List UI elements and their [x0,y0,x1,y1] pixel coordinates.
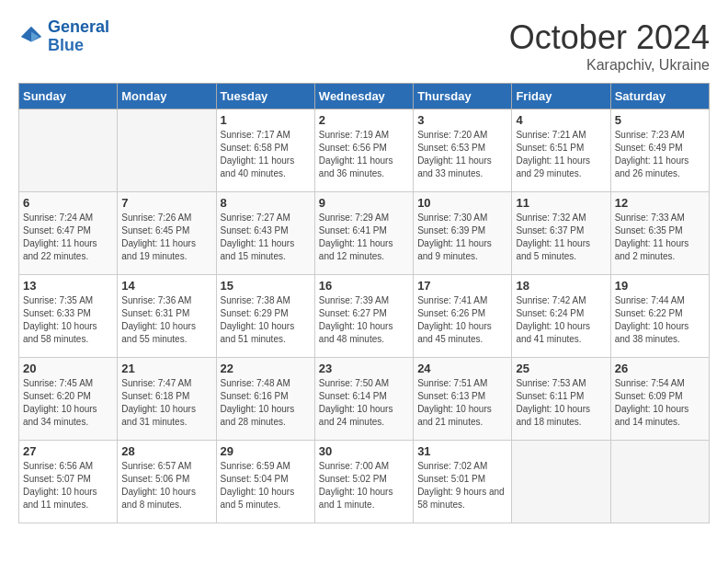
day-info: Sunrise: 7:47 AMSunset: 6:18 PMDaylight:… [121,377,211,429]
calendar-cell: 31Sunrise: 7:02 AMSunset: 5:01 PMDayligh… [414,441,512,523]
day-number: 3 [417,113,507,127]
calendar-cell: 3Sunrise: 7:20 AMSunset: 6:53 PMDaylight… [414,109,512,192]
calendar-cell: 4Sunrise: 7:21 AMSunset: 6:51 PMDaylight… [512,109,610,192]
calendar-cell: 30Sunrise: 7:00 AMSunset: 5:02 PMDayligh… [314,441,413,523]
day-info: Sunrise: 7:50 AMSunset: 6:14 PMDaylight:… [319,377,409,429]
calendar-cell [118,109,216,192]
day-number: 21 [121,362,211,375]
day-info: Sunrise: 7:26 AMSunset: 6:45 PMDaylight:… [121,212,211,263]
calendar-cell: 1Sunrise: 7:17 AMSunset: 6:58 PMDaylight… [216,109,314,192]
weekday-header-row: SundayMondayTuesdayWednesdayThursdayFrid… [19,84,710,109]
day-number: 27 [23,444,113,458]
weekday-header-monday: Monday [118,84,216,109]
day-number: 16 [319,279,409,293]
day-info: Sunrise: 7:02 AMSunset: 5:01 PMDaylight:… [417,460,507,511]
calendar-cell: 19Sunrise: 7:44 AMSunset: 6:22 PMDayligh… [610,275,709,358]
day-info: Sunrise: 7:29 AMSunset: 6:41 PMDaylight:… [319,212,409,263]
day-number: 24 [417,362,507,375]
day-number: 1 [221,113,311,127]
calendar-cell: 27Sunrise: 6:56 AMSunset: 5:07 PMDayligh… [19,441,118,523]
calendar-cell: 8Sunrise: 7:27 AMSunset: 6:43 PMDaylight… [216,192,314,275]
logo-icon [18,24,44,50]
calendar-cell [610,441,709,523]
title-block: October 2024 Karapchiv, Ukraine [509,18,710,74]
calendar-cell: 9Sunrise: 7:29 AMSunset: 6:41 PMDaylight… [314,192,413,275]
calendar-cell: 13Sunrise: 7:35 AMSunset: 6:33 PMDayligh… [19,275,118,358]
day-number: 14 [121,279,211,293]
calendar-cell: 11Sunrise: 7:32 AMSunset: 6:37 PMDayligh… [512,192,610,275]
calendar-cell: 14Sunrise: 7:36 AMSunset: 6:31 PMDayligh… [118,275,216,358]
day-number: 4 [516,113,606,127]
day-number: 5 [615,113,705,127]
day-number: 26 [615,362,705,375]
day-info: Sunrise: 7:30 AMSunset: 6:39 PMDaylight:… [417,212,507,263]
day-info: Sunrise: 7:23 AMSunset: 6:49 PMDaylight:… [615,129,705,180]
day-number: 11 [516,196,606,210]
logo: General Blue [18,18,109,55]
day-info: Sunrise: 7:35 AMSunset: 6:33 PMDaylight:… [23,294,113,346]
day-info: Sunrise: 7:42 AMSunset: 6:24 PMDaylight:… [516,294,606,346]
day-info: Sunrise: 7:21 AMSunset: 6:51 PMDaylight:… [516,129,606,180]
day-info: Sunrise: 7:36 AMSunset: 6:31 PMDaylight:… [121,294,211,346]
day-info: Sunrise: 7:53 AMSunset: 6:11 PMDaylight:… [516,377,606,429]
calendar-cell: 22Sunrise: 7:48 AMSunset: 6:16 PMDayligh… [216,358,314,441]
calendar-cell: 26Sunrise: 7:54 AMSunset: 6:09 PMDayligh… [610,358,709,441]
month-title: October 2024 [509,18,710,57]
weekday-header-thursday: Thursday [414,84,512,109]
calendar-cell: 24Sunrise: 7:51 AMSunset: 6:13 PMDayligh… [414,358,512,441]
weekday-header-saturday: Saturday [610,84,709,109]
day-number: 12 [615,196,705,210]
calendar-cell: 20Sunrise: 7:45 AMSunset: 6:20 PMDayligh… [19,358,118,441]
day-info: Sunrise: 7:48 AMSunset: 6:16 PMDaylight:… [221,377,311,429]
day-number: 22 [221,362,311,375]
calendar-cell [19,109,118,192]
weekday-header-wednesday: Wednesday [314,84,413,109]
day-number: 9 [319,196,409,210]
calendar-cell: 23Sunrise: 7:50 AMSunset: 6:14 PMDayligh… [314,358,413,441]
day-info: Sunrise: 7:44 AMSunset: 6:22 PMDaylight:… [615,294,705,346]
calendar-table: SundayMondayTuesdayWednesdayThursdayFrid… [18,83,710,523]
day-number: 25 [516,362,606,375]
calendar-cell: 17Sunrise: 7:41 AMSunset: 6:26 PMDayligh… [414,275,512,358]
week-row-5: 27Sunrise: 6:56 AMSunset: 5:07 PMDayligh… [19,441,710,523]
day-number: 6 [23,196,113,210]
day-number: 8 [221,196,311,210]
day-number: 17 [417,279,507,293]
calendar-cell: 5Sunrise: 7:23 AMSunset: 6:49 PMDaylight… [610,109,709,192]
day-info: Sunrise: 7:20 AMSunset: 6:53 PMDaylight:… [417,129,507,180]
day-info: Sunrise: 7:27 AMSunset: 6:43 PMDaylight:… [221,212,311,263]
day-info: Sunrise: 6:56 AMSunset: 5:07 PMDaylight:… [23,460,113,511]
day-number: 13 [23,279,113,293]
calendar-cell: 28Sunrise: 6:57 AMSunset: 5:06 PMDayligh… [118,441,216,523]
calendar-cell: 16Sunrise: 7:39 AMSunset: 6:27 PMDayligh… [314,275,413,358]
day-info: Sunrise: 7:54 AMSunset: 6:09 PMDaylight:… [615,377,705,429]
day-info: Sunrise: 7:19 AMSunset: 6:56 PMDaylight:… [319,129,409,180]
day-info: Sunrise: 6:57 AMSunset: 5:06 PMDaylight:… [121,460,211,511]
week-row-2: 6Sunrise: 7:24 AMSunset: 6:47 PMDaylight… [19,192,710,275]
calendar-cell: 6Sunrise: 7:24 AMSunset: 6:47 PMDaylight… [19,192,118,275]
day-number: 30 [319,444,409,458]
calendar-cell: 29Sunrise: 6:59 AMSunset: 5:04 PMDayligh… [216,441,314,523]
day-info: Sunrise: 7:39 AMSunset: 6:27 PMDaylight:… [319,294,409,346]
day-info: Sunrise: 7:24 AMSunset: 6:47 PMDaylight:… [23,212,113,263]
week-row-1: 1Sunrise: 7:17 AMSunset: 6:58 PMDaylight… [19,109,710,192]
calendar-cell: 21Sunrise: 7:47 AMSunset: 6:18 PMDayligh… [118,358,216,441]
calendar-cell: 10Sunrise: 7:30 AMSunset: 6:39 PMDayligh… [414,192,512,275]
calendar-cell: 12Sunrise: 7:33 AMSunset: 6:35 PMDayligh… [610,192,709,275]
weekday-header-tuesday: Tuesday [216,84,314,109]
day-number: 10 [417,196,507,210]
day-number: 19 [615,279,705,293]
logo-text: General Blue [48,18,109,55]
weekday-header-sunday: Sunday [19,84,118,109]
day-info: Sunrise: 7:33 AMSunset: 6:35 PMDaylight:… [615,212,705,263]
day-info: Sunrise: 7:38 AMSunset: 6:29 PMDaylight:… [221,294,311,346]
page-header: General Blue October 2024 Karapchiv, Ukr… [18,18,710,74]
day-number: 15 [221,279,311,293]
week-row-4: 20Sunrise: 7:45 AMSunset: 6:20 PMDayligh… [19,358,710,441]
day-number: 31 [417,444,507,458]
day-info: Sunrise: 7:00 AMSunset: 5:02 PMDaylight:… [319,460,409,511]
day-info: Sunrise: 7:45 AMSunset: 6:20 PMDaylight:… [23,377,113,429]
day-info: Sunrise: 7:17 AMSunset: 6:58 PMDaylight:… [221,129,311,180]
day-number: 20 [23,362,113,375]
day-number: 28 [121,444,211,458]
